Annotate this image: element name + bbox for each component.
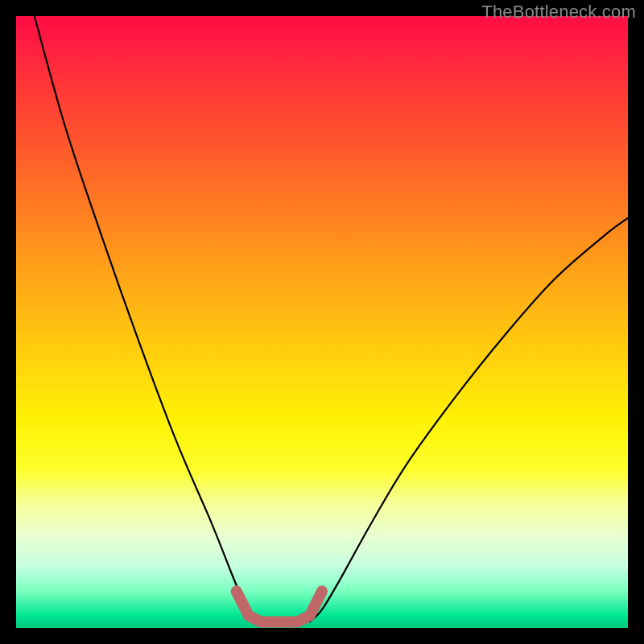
background-gradient (16, 16, 628, 628)
chart-frame: TheBottleneck.com (0, 0, 644, 644)
watermark-text: TheBottleneck.com (481, 2, 636, 23)
